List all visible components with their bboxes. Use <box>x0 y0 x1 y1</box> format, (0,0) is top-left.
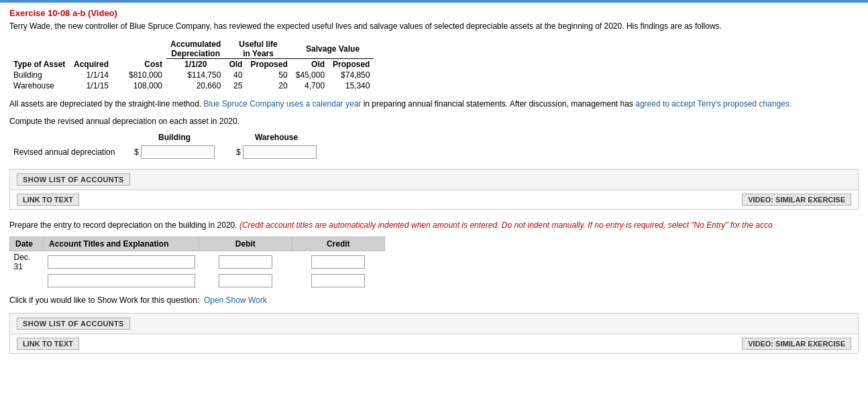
show-accounts-section-2: SHOW LIST OF ACCOUNTS <box>9 313 859 334</box>
building-dollar-sign: $ <box>134 147 139 157</box>
show-accounts-button-1[interactable]: SHOW LIST OF ACCOUNTS <box>17 174 130 186</box>
link-video-section-2: LINK TO TEXT VIDEO: SIMILAR EXERCISE <box>9 334 859 354</box>
th-useful-old: Old <box>225 58 246 70</box>
asset-type-1: Warehouse <box>9 80 70 91</box>
journal-table: Date Account Titles and Explanation Debi… <box>9 237 385 289</box>
asset-type-0: Building <box>9 70 70 80</box>
th-accum-dep-date: 1/1/20 <box>166 58 225 70</box>
journal-date-2 <box>10 273 44 289</box>
th-acquired: Acquired <box>70 58 113 70</box>
warehouse-dollar-sign: $ <box>236 147 241 157</box>
th-cost: Cost <box>113 58 166 70</box>
th-journal-debit: Debit <box>199 237 292 251</box>
table-row: Warehouse 1/1/15 108,000 20,660 25 20 4,… <box>9 80 374 91</box>
open-show-work-link[interactable]: Open Show Work <box>204 295 267 305</box>
asset-acquired-0: 1/1/14 <box>70 70 113 80</box>
accum-dep-header: AccumulatedDepreciation <box>170 40 221 58</box>
asset-salvage-proposed-0: $74,850 <box>329 70 374 80</box>
th-useful-proposed: Proposed <box>246 58 291 70</box>
asset-table: AccumulatedDepreciation Useful lifein Ye… <box>9 39 374 91</box>
table-row: Building 1/1/14 $810,000 $114,750 40 50 … <box>9 70 374 80</box>
th-journal-date: Date <box>10 237 44 251</box>
asset-cost-1: 108,000 <box>113 80 166 91</box>
journal-account-input-2[interactable] <box>48 274 195 287</box>
journal-credit-input-1[interactable] <box>311 255 365 269</box>
th-salvage-proposed: Proposed <box>329 58 374 70</box>
th-journal-credit: Credit <box>292 237 385 251</box>
th-type: Type of Asset <box>9 58 70 70</box>
useful-life-header: Useful lifein Years <box>239 40 277 58</box>
show-accounts-section-1: SHOW LIST OF ACCOUNTS <box>9 169 859 190</box>
th-salvage-old: Old <box>292 58 329 70</box>
show-work-label: Click if you would like to Show Work for… <box>9 295 199 305</box>
asset-accum-0: $114,750 <box>166 70 225 80</box>
info-text: All assets are depreciated by the straig… <box>9 98 859 110</box>
show-accounts-button-2[interactable]: SHOW LIST OF ACCOUNTS <box>17 318 130 330</box>
asset-salvage-old-1: 4,700 <box>292 80 329 91</box>
asset-useful-old-0: 40 <box>225 70 246 80</box>
compute-label: Compute the revised annual depreciation … <box>9 117 859 126</box>
warehouse-depreciation-input[interactable] <box>243 145 317 159</box>
intro-text: Terry Wade, the new controller of Blue S… <box>9 21 859 32</box>
compute-table: Building Warehouse Revised annual deprec… <box>9 131 321 161</box>
revised-depreciation-row: Revised annual depreciation $ $ <box>9 143 321 161</box>
prepare-text: Prepare the entry to record depreciation… <box>9 219 859 231</box>
link-to-text-button-1[interactable]: LINK TO TEXT <box>17 194 79 206</box>
journal-credit-input-2[interactable] <box>311 274 365 287</box>
asset-salvage-proposed-1: 15,340 <box>329 80 374 91</box>
th-warehouse: Warehouse <box>232 131 321 143</box>
th-journal-account: Account Titles and Explanation <box>44 237 199 251</box>
exercise-title: Exercise 10-08 a-b (Video) <box>9 8 859 18</box>
building-depreciation-input[interactable] <box>141 145 215 159</box>
link-video-section-1: LINK TO TEXT VIDEO: SIMILAR EXERCISE <box>9 190 859 210</box>
journal-debit-input-1[interactable] <box>219 255 272 269</box>
th-building: Building <box>130 131 219 143</box>
journal-date-1: Dec. 31 <box>10 251 44 273</box>
salvage-value-header: Salvage Value <box>306 44 360 54</box>
show-work-section: Click if you would like to Show Work for… <box>9 295 859 305</box>
journal-account-input-1[interactable] <box>48 255 195 269</box>
journal-debit-input-2[interactable] <box>219 274 272 287</box>
asset-useful-proposed-0: 50 <box>246 70 291 80</box>
journal-row-1: Dec. 31 <box>10 251 385 273</box>
journal-row-2 <box>10 273 385 289</box>
asset-salvage-old-0: $45,000 <box>292 70 329 80</box>
prepare-red-text: (Credit account titles are automatically… <box>239 220 773 230</box>
asset-accum-1: 20,660 <box>166 80 225 91</box>
link-to-text-button-2[interactable]: LINK TO TEXT <box>17 338 79 350</box>
asset-acquired-1: 1/1/15 <box>70 80 113 91</box>
revised-label: Revised annual depreciation <box>9 143 130 161</box>
video-similar-button-2[interactable]: VIDEO: SIMILAR EXERCISE <box>742 338 851 350</box>
asset-useful-proposed-1: 20 <box>246 80 291 91</box>
asset-useful-old-1: 25 <box>225 80 246 91</box>
asset-cost-0: $810,000 <box>113 70 166 80</box>
video-similar-button-1[interactable]: VIDEO: SIMILAR EXERCISE <box>742 194 851 206</box>
